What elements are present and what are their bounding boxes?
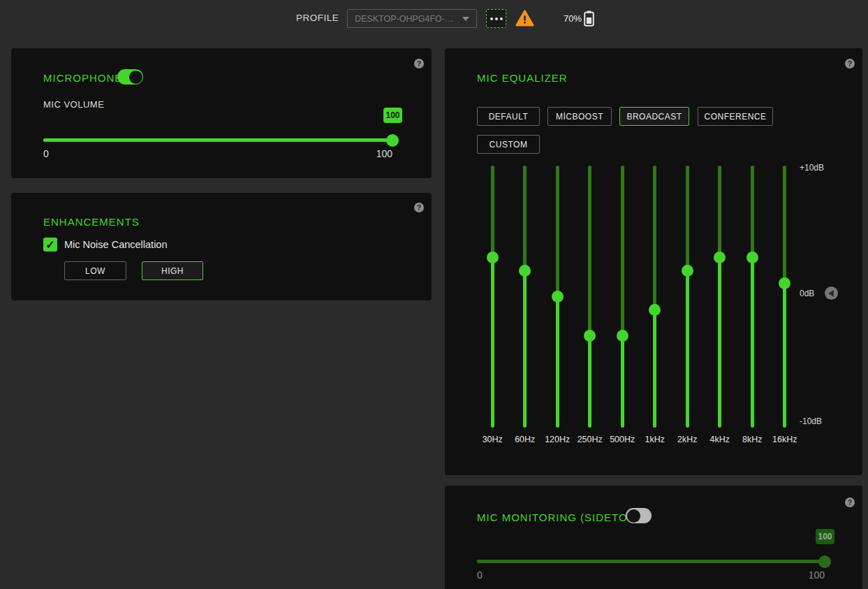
low-button[interactable]: LOW <box>64 261 126 280</box>
equalizer-bands <box>476 166 801 428</box>
eq-freq-label: 60Hz <box>509 435 542 444</box>
microphone-card: ? MICROPHONE MIC VOLUME 100 0 100 <box>11 48 432 178</box>
help-icon[interactable]: ? <box>414 59 424 68</box>
eq-freq-label: 1kHz <box>639 435 672 444</box>
eq-freq-label: 4kHz <box>704 435 737 444</box>
eq-band[interactable] <box>606 166 639 428</box>
eq-freq-label: 16kHz <box>769 435 802 444</box>
preset-conference-button[interactable]: CONFERENCE <box>698 107 773 126</box>
slider-handle[interactable] <box>818 555 831 568</box>
eq-slider-handle[interactable] <box>519 265 531 277</box>
eq-scale-max: +10dB <box>800 163 824 173</box>
eq-band[interactable] <box>476 166 509 428</box>
eq-band[interactable] <box>671 166 704 428</box>
preset-default-button[interactable]: DEFAULT <box>477 107 540 126</box>
razer-synapse-mic-settings: { "colors": { "accent": "#44d62c", "acce… <box>0 0 868 589</box>
eq-scale-min: -10dB <box>800 416 822 426</box>
mic-monitoring-toggle[interactable] <box>626 508 652 523</box>
mic-equalizer-card: ? MIC EQUALIZER DEFAULT MİCBOOST BROADCA… <box>445 48 862 475</box>
mic-monitoring-title: MIC MONITORING (SIDETONE) <box>477 511 647 523</box>
eq-slider-handle[interactable] <box>584 330 596 342</box>
slider-value-badge: 100 <box>383 108 402 123</box>
help-icon[interactable]: ? <box>845 497 855 507</box>
sidetone-volume-slider[interactable]: 100 0 100 <box>477 554 825 586</box>
eq-slider-handle[interactable] <box>714 252 726 263</box>
eq-band[interactable] <box>509 166 542 428</box>
eq-freq-label: 2kHz <box>671 435 704 444</box>
eq-slider-handle[interactable] <box>617 330 628 342</box>
more-options-button[interactable] <box>486 9 506 28</box>
mic-monitoring-card: ? MIC MONITORING (SIDETONE) 100 0 100 <box>445 486 862 589</box>
eq-freq-label: 500Hz <box>606 435 639 444</box>
help-icon[interactable]: ? <box>414 203 424 212</box>
eq-band[interactable] <box>704 166 737 428</box>
eq-band[interactable] <box>639 166 672 428</box>
eq-slider-handle[interactable] <box>746 252 758 263</box>
ellipsis-icon <box>490 17 493 20</box>
preset-broadcast-button[interactable]: BROADCAST <box>619 107 689 126</box>
eq-slider-handle[interactable] <box>552 291 564 303</box>
battery-percent: 70% <box>564 13 582 24</box>
microphone-toggle[interactable] <box>117 69 143 85</box>
eq-freq-label: 8kHz <box>736 435 769 444</box>
battery-icon <box>584 10 594 29</box>
eq-frequency-labels: 30Hz 60Hz 120Hz 250Hz 500Hz 1kHz 2kHz 4k… <box>476 435 801 444</box>
toggle-knob <box>129 71 142 84</box>
mic-equalizer-title: MIC EQUALIZER <box>477 72 568 84</box>
toggle-knob <box>627 509 640 523</box>
help-icon[interactable]: ? <box>845 59 855 68</box>
eq-slider-handle[interactable] <box>649 304 661 316</box>
slider-fill <box>43 138 392 142</box>
eq-band[interactable] <box>574 166 607 428</box>
mic-volume-label: MIC VOLUME <box>43 99 104 110</box>
eq-slider-handle[interactable] <box>779 277 790 289</box>
eq-band[interactable] <box>769 166 802 428</box>
high-button[interactable]: HIGH <box>142 261 203 280</box>
eq-freq-label: 120Hz <box>541 435 574 444</box>
eq-scale-mid: 0dB <box>800 289 814 298</box>
eq-slider-handle[interactable] <box>682 265 693 277</box>
profile-dropdown-value: DESKTOP-OHPG4FO-… <box>355 14 458 24</box>
eq-band[interactable] <box>541 166 574 428</box>
mic-volume-slider[interactable]: 100 0 100 <box>43 133 392 165</box>
eq-slider-handle[interactable] <box>487 252 499 263</box>
enhancements-title: ENHANCEMENTS <box>43 216 140 228</box>
slider-min-label: 0 <box>43 148 49 159</box>
top-bar: PROFILE DESKTOP-OHPG4FO-… 70% <box>0 0 868 36</box>
slider-min-label: 0 <box>477 569 483 581</box>
eq-freq-label: 250Hz <box>574 435 607 444</box>
slider-max-label: 100 <box>809 569 825 581</box>
slider-fill <box>477 560 825 563</box>
preset-micboost-button[interactable]: MİCBOOST <box>547 107 612 126</box>
microphone-title: MICROPHONE <box>43 72 122 84</box>
chevron-down-icon <box>462 17 469 21</box>
arrow-left-icon <box>828 290 834 297</box>
eq-collapse-button[interactable] <box>825 286 838 300</box>
eq-freq-label: 30Hz <box>476 435 509 444</box>
slider-handle[interactable] <box>386 134 399 147</box>
enhancements-card: ? ENHANCEMENTS ✓ Mic Noise Cancellation … <box>11 193 432 300</box>
noise-cancellation-checkbox[interactable]: ✓ <box>43 238 57 252</box>
slider-max-label: 100 <box>376 148 392 159</box>
preset-custom-button[interactable]: CUSTOM <box>477 135 540 154</box>
slider-value-badge: 100 <box>816 529 834 544</box>
eq-band[interactable] <box>736 166 769 428</box>
noise-cancellation-label: Mic Noise Cancellation <box>64 239 167 250</box>
profile-label: PROFILE <box>296 13 339 23</box>
warning-icon[interactable] <box>515 10 534 29</box>
profile-dropdown[interactable]: DESKTOP-OHPG4FO-… <box>347 9 477 28</box>
